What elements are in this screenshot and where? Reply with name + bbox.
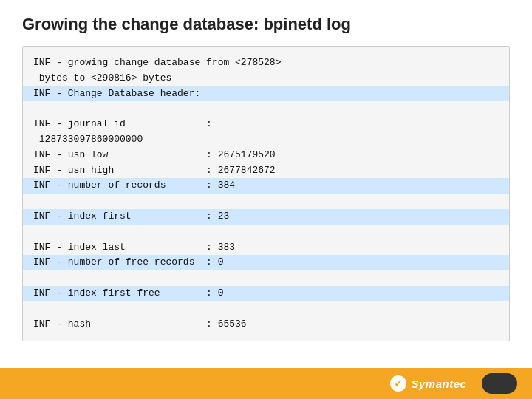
log-line: INF - journal id :	[33, 118, 212, 129]
symantec-logo: ✓ Symantec.	[390, 375, 474, 392]
log-line: INF - index last : 383	[33, 242, 235, 253]
log-line: INF - Change Database header:	[23, 86, 509, 102]
log-line: INF - usn high : 2677842672	[33, 165, 276, 176]
log-line: INF - index first : 23	[23, 209, 509, 225]
log-line: INF - index first free : 0	[23, 286, 509, 301]
log-line: INF - number of records : 384	[23, 178, 509, 194]
dark-pill	[482, 373, 517, 394]
log-line: bytes to <290816> bytes	[33, 72, 171, 83]
log-line: INF - usn low : 2675179520	[33, 149, 276, 160]
log-line: INF - growing change database from <2785…	[33, 57, 281, 68]
slide: Growing the change database: bpinetd log…	[0, 0, 532, 399]
footer-bar: ✓ Symantec.	[0, 368, 532, 399]
log-box: INF - growing change database from <2785…	[22, 46, 510, 341]
log-line: 128733097860000000	[33, 134, 143, 145]
log-line: INF - hash : 65536	[33, 318, 247, 330]
slide-title: Growing the change database: bpinetd log	[22, 15, 510, 34]
symantec-name: Symantec	[411, 378, 466, 390]
symantec-check-icon: ✓	[390, 375, 406, 392]
log-line: INF - number of free records : 0	[23, 255, 509, 270]
